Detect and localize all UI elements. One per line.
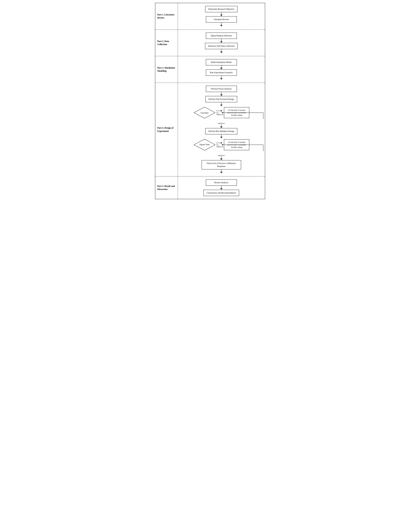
h-line-2 [216,143,221,143]
feedback-1-svg-wrapper [179,119,263,125]
node-historical-data: Historical Sale Data Collection [205,43,238,49]
node-power-analysis: Perform Power Analysis [206,86,237,92]
arrow-right-1 [221,110,222,112]
section-part1: Part 1. Literature Review Determine Rese… [155,3,265,30]
feedback-arrow-1-svg [179,119,263,125]
arrow-8 [220,102,223,106]
section-label-part5: Part 5. Result and Discussion [155,177,178,199]
arrow-7 [220,92,223,96]
node-conclusions: Conclusions and Recommendation [203,190,239,196]
arrow-12 [220,170,223,173]
h-line-1 [216,111,221,111]
feedback-arrow-2-svg [179,151,263,157]
arrow-13 [220,186,223,190]
square-term-diamond-svg: Square Term [193,138,216,151]
arrow-3 [220,39,223,43]
node-find-level: Find Level of Factors to Minimize Respon… [202,160,241,170]
arrow-1 [220,12,223,16]
section-part4: Part 4. Design of Experiment Perform Pow… [155,83,265,177]
arrow-right-2 [221,142,222,144]
square-term-diamond-group: Square Term [193,138,216,151]
section-part5: Part 5. Result and Discussion Results An… [155,177,265,199]
section-part2: Part 2. Data Collection Inputs/Outputs S… [155,30,265,56]
curvature-diamond-svg: Curvature [193,106,216,119]
curvature-label: Curvature [201,112,209,114]
node-run-experiment: Run Experiment Scenarios [206,70,237,76]
node-determine-research-objective: Determine Research Objective [205,6,237,12]
node-results-analysis: Results Analysis [206,179,237,186]
section-label-part4: Part 4. Design of Experiment [155,83,178,176]
section-content-part1: Determine Research Objective Literature … [178,3,265,29]
section-label-part3: Part 3. Simulation Modeling [155,56,178,83]
section-content-part3: Build Simulation Model Run Experiment Sc… [178,56,265,83]
node-inputs-outputs: Inputs/Outputs Selection [206,32,237,39]
node-build-simulation: Build Simulation Model [206,59,237,65]
arrow-6 [220,76,223,80]
feedback-2-svg-wrapper [179,151,263,157]
section-content-part4: Perform Power Analysis Perform Full Fact… [178,83,265,176]
arrow-5 [220,65,223,70]
square-term-label: Square Term [200,143,210,146]
curvature-diamond-group: Curvature [193,106,216,119]
section-label-part2: Part 2. Data Collection [155,30,178,56]
node-full-factorial: Perform Full Factorial Design [205,96,237,102]
arrow-2 [220,23,223,27]
node-literature-review: Literature Review [206,16,237,23]
curvature-arrow-right [216,110,222,112]
flowchart-diagram: Part 1. Literature Review Determine Rese… [155,3,265,199]
full-factorial-group: Perform Full Factorial Design [179,96,263,102]
node-box-behnken: Perform Box-Behnken Design [205,128,237,134]
square-term-arrow-right [216,142,222,144]
section-content-part5: Results Analysis Conclusions and Recomme… [178,177,265,199]
section-label-part1: Part 1. Literature Review [155,3,178,29]
section-content-part2: Inputs/Outputs Selection Historical Sale… [178,30,265,56]
section-part3: Part 3. Simulation Modeling Build Simula… [155,56,265,83]
arrow-10 [220,134,223,138]
box-behnken-group: Perform Box-Behnken Design [179,128,263,134]
arrow-4 [220,49,223,53]
